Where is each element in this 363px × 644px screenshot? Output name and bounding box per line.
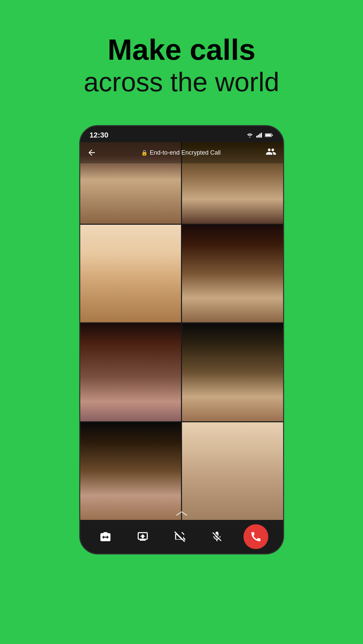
mute-icon [211,531,223,543]
group-button[interactable] [266,146,276,159]
person-4 [182,225,283,322]
back-icon [87,148,96,157]
encrypted-label: 🔒 End-to-end Encrypted Call [141,149,221,156]
group-icon [266,146,276,157]
share-screen-icon [137,531,149,543]
phone-mockup: 12:30 [79,125,284,554]
video-cell-4 [182,225,283,322]
signal-icon [256,132,262,138]
headline-title: Make calls [84,34,279,66]
control-bar [80,520,283,553]
share-screen-button[interactable] [132,526,153,547]
flip-camera-button[interactable] [95,526,116,547]
video-off-icon [174,531,186,543]
person-7 [80,422,181,520]
status-bar: 12:30 [80,126,283,142]
headline-subtitle: across the world [84,66,279,98]
video-off-button[interactable] [169,526,190,547]
video-cell-8 [182,422,283,520]
svg-rect-1 [258,135,259,138]
person-8 [182,422,283,520]
headline-area: Make calls across the world [84,34,279,98]
person-6 [182,323,283,421]
svg-rect-6 [272,135,273,136]
person-3 [80,225,181,322]
video-cell-6 [182,323,283,421]
mute-button[interactable] [206,526,228,547]
back-button[interactable] [87,148,96,157]
video-cell-3 [80,225,181,322]
chevron-up-handle[interactable] [176,509,188,519]
chevron-up-icon [176,510,188,517]
flip-camera-icon [99,531,111,543]
lock-icon: 🔒 [141,150,148,156]
end-call-button[interactable] [243,524,268,549]
svg-rect-0 [256,136,258,138]
video-grid [80,126,283,520]
encrypted-text: End-to-end Encrypted Call [150,149,221,156]
svg-rect-3 [261,133,262,138]
call-header: 🔒 End-to-end Encrypted Call [80,142,283,163]
video-cell-5 [80,323,181,421]
battery-icon [265,133,274,138]
status-icons [246,132,274,138]
svg-rect-5 [265,134,271,137]
status-time: 12:30 [90,131,108,140]
end-call-icon [250,531,262,543]
svg-rect-2 [259,133,261,138]
video-cell-7 [80,422,181,520]
wifi-icon [246,132,254,138]
person-5 [80,323,181,421]
